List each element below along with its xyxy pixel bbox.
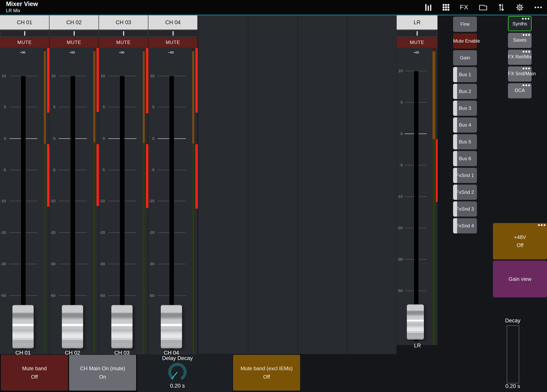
pan-bar[interactable] (397, 30, 438, 37)
pan-tick-icon (123, 31, 124, 36)
bus1-button[interactable]: Bus 1 (453, 67, 477, 82)
gain-meter (432, 48, 435, 345)
grid-icon[interactable] (440, 0, 452, 15)
pan-tick-icon (417, 31, 418, 36)
options-dots-icon (522, 84, 530, 86)
bus4-button[interactable]: Bus 4 (453, 117, 477, 133)
bus5-button[interactable]: Bus 5 (453, 134, 477, 149)
bus2-button[interactable]: Bus 2 (453, 84, 477, 99)
channel-strip-ch04: CH 04 MUTE -∞ CH 04 1050-5-10-20-30-50 (148, 15, 198, 354)
pan-bar[interactable] (0, 30, 49, 37)
fader-zone: -∞ CH 02 1050-5-10-20-30-50 (49, 48, 98, 354)
channel-strip-ch01: CH 01 MUTE -∞ CH 01 1050-5-10-20-30-50 (0, 15, 49, 354)
options-dots-icon (522, 51, 530, 53)
channel-header[interactable]: CH 01 (0, 15, 49, 30)
page-subtitle: LR Mix (6, 8, 21, 13)
master-strip-lr: LR MUTE -∞ LR 1050-5-10-20-30-50 (397, 15, 438, 345)
pan-bar[interactable] (99, 30, 148, 37)
mute-band-button[interactable]: Mute band Off (1, 355, 68, 391)
accent-divider (0, 15, 547, 15)
levels-icon[interactable] (422, 0, 435, 15)
bus6-button[interactable]: Bus 6 (453, 151, 477, 166)
top-bar: Mixer View LR Mix FX (0, 0, 547, 15)
fxsnd1-button[interactable]: FxSnd 1 (453, 168, 477, 183)
gain-meter (143, 48, 145, 354)
fader-knob[interactable] (161, 305, 182, 348)
fxsnd2-button[interactable]: FxSnd 2 (453, 185, 477, 200)
channel-header[interactable]: CH 03 (99, 15, 148, 30)
level-meter (146, 48, 148, 354)
fader-zone: -∞ LR 1050-5-10-20-30-50 (397, 48, 438, 345)
level-meter (436, 48, 438, 345)
gain-button[interactable]: Gain (453, 50, 477, 65)
layer-dca-button[interactable]: DCA (508, 83, 532, 98)
overflow-icon[interactable] (532, 0, 545, 15)
fader-value: -∞ (49, 49, 95, 55)
mute-band-excl-iems-button[interactable]: Mute band (excl IEMs) Off (233, 355, 300, 391)
options-dots-icon (537, 224, 545, 226)
layer-fxsnd-button[interactable]: FX Snd/Main (508, 66, 532, 82)
settings-icon[interactable] (513, 0, 526, 15)
decay-value: 0.20 s (497, 383, 529, 389)
fader-value: -∞ (148, 49, 194, 55)
gain-view-button[interactable]: Gain view (493, 261, 547, 297)
mute-button[interactable]: MUTE (397, 37, 438, 48)
gain-meter (192, 48, 194, 354)
fader-zone: -∞ CH 03 1050-5-10-20-30-50 (99, 48, 148, 354)
fader-track (414, 71, 418, 341)
gain-meter (93, 48, 95, 354)
layer-synths-button[interactable]: Synths (508, 16, 532, 31)
bus3-button[interactable]: Bus 3 (453, 101, 477, 116)
channel-header[interactable]: CH 04 (148, 15, 198, 30)
level-meter (195, 48, 198, 354)
fader-value: -∞ (397, 49, 436, 55)
options-dots-icon (522, 68, 530, 69)
channel-header[interactable]: CH 02 (49, 15, 98, 30)
level-meter (47, 48, 49, 354)
strip-divider (248, 15, 248, 354)
decay-slider[interactable] (507, 326, 519, 383)
pan-tick-icon (24, 31, 25, 36)
fader-zone: -∞ CH 01 1050-5-10-20-30-50 (0, 48, 49, 354)
fx-button[interactable]: FX (458, 0, 471, 15)
decay-label: Decay (497, 318, 529, 324)
mute-button[interactable]: MUTE (148, 37, 198, 48)
fader-zone: -∞ CH 04 1050-5-10-20-30-50 (148, 48, 198, 354)
fader-knob[interactable] (12, 305, 34, 348)
empty-channel-slots (198, 15, 397, 354)
fader-value: -∞ (99, 49, 144, 55)
strip-divider (347, 15, 348, 354)
fader-value: -∞ (0, 49, 45, 55)
mute-button[interactable]: MUTE (49, 37, 98, 48)
mute-button[interactable]: MUTE (0, 37, 49, 48)
fxsnd3-button[interactable]: FxSnd 3 (453, 201, 477, 217)
channel-strip-ch02: CH 02 MUTE -∞ CH 02 1050-5-10-20-30-50 (49, 15, 98, 354)
fader-knob[interactable] (62, 305, 83, 348)
options-dots-icon (521, 18, 529, 20)
delay-decay-value: 0.20 s (157, 383, 198, 389)
sort-icon[interactable] (495, 0, 508, 15)
folder-icon[interactable] (477, 0, 489, 15)
fader-knob[interactable] (111, 305, 133, 348)
pan-bar[interactable] (49, 30, 98, 37)
pan-tick-icon (74, 31, 75, 36)
fxsnd4-button[interactable]: FxSnd 4 (453, 218, 477, 233)
channel-name: LR (397, 343, 438, 349)
ch-main-on-button[interactable]: CH Main On (mute) On (69, 355, 136, 391)
layer-saxes-button[interactable]: Saxes (508, 33, 532, 48)
strip-divider (298, 15, 298, 354)
level-meter (96, 48, 99, 354)
mute-enable-button[interactable]: Mute Enable (453, 33, 477, 49)
gain-meter (44, 48, 46, 354)
channel-header[interactable]: LR (397, 15, 438, 30)
pan-tick-icon (173, 31, 174, 36)
phantom-power-button[interactable]: +48V Off (493, 223, 547, 259)
fine-button[interactable]: Fine (453, 17, 477, 32)
mute-button[interactable]: MUTE (99, 37, 148, 48)
fader-knob[interactable] (407, 304, 424, 340)
layer-fxret-button[interactable]: FX Ret/Mix (508, 50, 532, 65)
page-title: Mixer View (6, 0, 38, 8)
pan-bar[interactable] (148, 30, 198, 37)
channel-strip-ch03: CH 03 MUTE -∞ CH 03 1050-5-10-20-30-50 (99, 15, 148, 354)
options-dots-icon (522, 34, 530, 36)
